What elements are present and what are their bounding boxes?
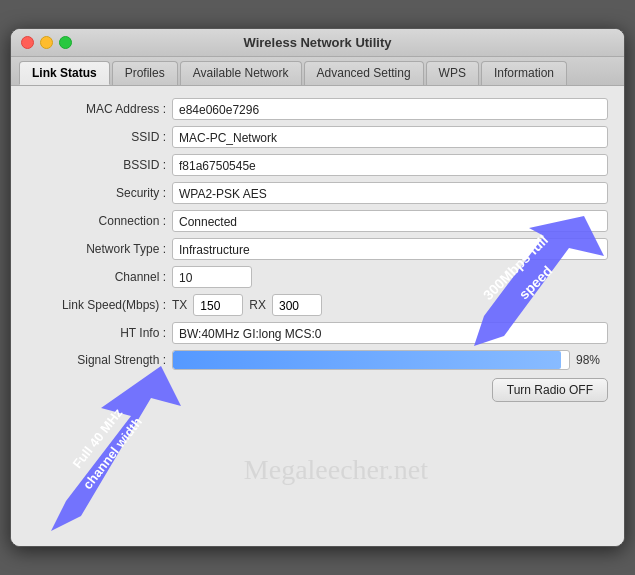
tab-advanced-setting[interactable]: Advanced Setting <box>304 61 424 85</box>
title-bar: Wireless Network Utility <box>11 29 624 57</box>
security-row: Security : WPA2-PSK AES <box>27 182 608 204</box>
watermark: Megaleecher.net <box>244 454 428 486</box>
ht-info-label: HT Info : <box>27 326 172 340</box>
svg-text:Full 40 MHz: Full 40 MHz <box>70 405 126 471</box>
channel-label: Channel : <box>27 270 172 284</box>
bssid-row: BSSID : f81a6750545e <box>27 154 608 176</box>
content-area: MAC Address : e84e060e7296 SSID : MAC-PC… <box>11 86 624 546</box>
ssid-value: MAC-PC_Network <box>172 126 608 148</box>
network-type-value: Infrastructure <box>172 238 608 260</box>
turn-radio-off-button[interactable]: Turn Radio OFF <box>492 378 608 402</box>
svg-text:channel width: channel width <box>80 414 145 492</box>
ht-info-row: HT Info : BW:40MHz GI:long MCS:0 <box>27 322 608 344</box>
channel-row: Channel : 10 <box>27 266 608 288</box>
mac-address-label: MAC Address : <box>27 102 172 116</box>
bssid-value: f81a6750545e <box>172 154 608 176</box>
ssid-row: SSID : MAC-PC_Network <box>27 126 608 148</box>
mac-address-row: MAC Address : e84e060e7296 <box>27 98 608 120</box>
signal-label: Signal Strength : <box>27 353 172 367</box>
minimize-button[interactable] <box>40 36 53 49</box>
connection-value: Connected <box>172 210 608 232</box>
rx-value: 300 <box>272 294 322 316</box>
network-type-row: Network Type : Infrastructure <box>27 238 608 260</box>
channel-value: 10 <box>172 266 252 288</box>
window-title: Wireless Network Utility <box>244 35 392 50</box>
tx-value: 150 <box>193 294 243 316</box>
security-value: WPA2-PSK AES <box>172 182 608 204</box>
traffic-lights <box>21 36 72 49</box>
network-type-label: Network Type : <box>27 242 172 256</box>
bssid-label: BSSID : <box>27 158 172 172</box>
button-row: Turn Radio OFF <box>27 378 608 402</box>
tab-link-status[interactable]: Link Status <box>19 61 110 85</box>
security-label: Security : <box>27 186 172 200</box>
signal-strength-row: Signal Strength : 98% <box>27 350 608 370</box>
link-speed-row: Link Speed(Mbps) : TX 150 RX 300 <box>27 294 608 316</box>
connection-label: Connection : <box>27 214 172 228</box>
connection-row: Connection : Connected <box>27 210 608 232</box>
rx-label: RX <box>249 298 266 312</box>
ht-info-value: BW:40MHz GI:long MCS:0 <box>172 322 608 344</box>
main-window: Wireless Network Utility Link Status Pro… <box>10 28 625 547</box>
ssid-label: SSID : <box>27 130 172 144</box>
tab-information[interactable]: Information <box>481 61 567 85</box>
mac-address-value: e84e060e7296 <box>172 98 608 120</box>
signal-bar-container <box>172 350 570 370</box>
tx-label: TX <box>172 298 187 312</box>
tab-available-network[interactable]: Available Network <box>180 61 302 85</box>
close-button[interactable] <box>21 36 34 49</box>
link-speed-inputs: TX 150 RX 300 <box>172 294 322 316</box>
tab-bar: Link Status Profiles Available Network A… <box>11 57 624 86</box>
link-speed-label: Link Speed(Mbps) : <box>27 298 172 312</box>
signal-percent: 98% <box>576 353 608 367</box>
tab-wps[interactable]: WPS <box>426 61 479 85</box>
tab-profiles[interactable]: Profiles <box>112 61 178 85</box>
signal-bar-fill <box>173 351 561 369</box>
maximize-button[interactable] <box>59 36 72 49</box>
